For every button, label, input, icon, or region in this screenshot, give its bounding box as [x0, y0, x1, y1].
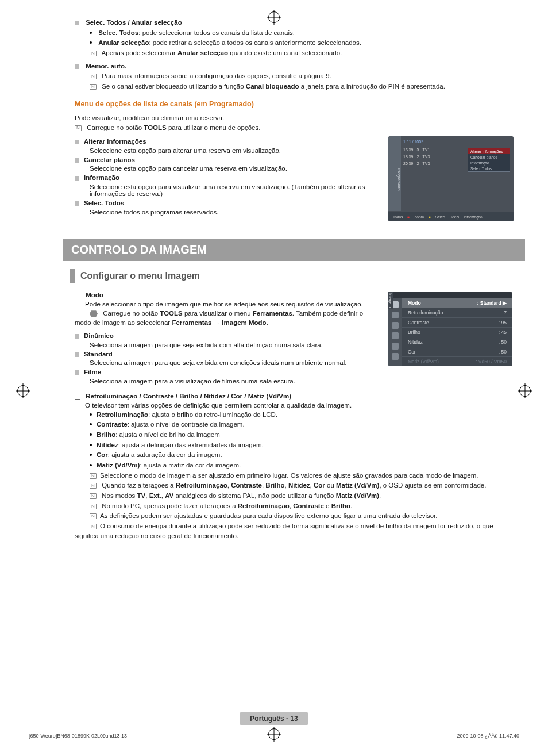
- text: : ajusta a matiz da cor da imagem.: [140, 462, 241, 469]
- note-line: NO consumo de energia durante a utilizaç…: [75, 521, 514, 540]
- text: .: [267, 319, 268, 326]
- option-item: Selec. Todos Seleccione todos os program…: [75, 198, 379, 216]
- term: Retroiluminação: [97, 411, 148, 418]
- osd-row: Nitidez: 50: [402, 337, 512, 347]
- text: Carregue no botão: [87, 124, 144, 131]
- term: Cor: [314, 482, 325, 489]
- bullet-square-icon: [75, 370, 79, 375]
- term: AV: [165, 492, 173, 499]
- heading-select-all: Selec. Todos / Anular selecção: [75, 18, 514, 28]
- bullet-list: Retroiluminação: ajusta o brilho da retr…: [75, 410, 514, 470]
- text: quando existe um canal seleccionado.: [230, 49, 342, 56]
- tools-icon: [90, 310, 98, 317]
- osd-footer: Todos ■Zoom ■Selec. Tools Informação: [388, 212, 514, 221]
- heading-text: Standard: [84, 351, 113, 358]
- bullet-dot-icon: [90, 444, 92, 446]
- osd-side-label: Imagem: [388, 292, 393, 309]
- osd-row: Matiz (Vd/Vm): Vd50 / Vm50: [402, 356, 512, 366]
- term: Brilho: [97, 431, 115, 438]
- bullet-square-icon: [75, 158, 79, 163]
- text: O consumo de energia durante a utilizaçã…: [75, 523, 493, 539]
- term: Contraste: [97, 421, 128, 428]
- heading-text: Cancelar planos: [84, 156, 135, 163]
- bullet-square-icon: [75, 64, 79, 69]
- note-icon: N: [90, 51, 97, 56]
- term: Matiz (Vd/Vm): [336, 492, 379, 499]
- term: Contraste: [293, 502, 324, 509]
- description: Seleccione todos os programas reservados…: [90, 209, 379, 216]
- note-icon: N: [90, 493, 97, 499]
- text: : ajusta a saturação da cor da imagem.: [108, 451, 222, 458]
- heading-text: Dinâmico: [84, 332, 114, 339]
- term: Contraste: [231, 482, 262, 489]
- bullet-dot-icon: [90, 413, 92, 416]
- mode-item: Standard Selecciona a imagem para que se…: [75, 350, 379, 367]
- bullet-line: Matiz (Vd/Vm): ajusta a matiz da cor da …: [75, 460, 514, 470]
- term: Brilho: [331, 502, 350, 509]
- menu-item: Alterar informações: [468, 148, 510, 154]
- cell: 2: [417, 155, 419, 159]
- term: TV: [137, 492, 146, 499]
- page-number-badge: Português - 13: [240, 712, 308, 725]
- term: Ferramentas: [253, 310, 292, 317]
- text: Carregue no botão: [103, 310, 160, 317]
- text: : pode seleccionar todos os canais da li…: [138, 29, 295, 36]
- osd-tab-icon: [392, 332, 399, 339]
- menu-item: Cancelar planos: [468, 154, 510, 160]
- value: : 45: [499, 329, 507, 335]
- footer-left: [650-Weuro]BN68-01899K-02L09.ind13 13: [29, 733, 127, 739]
- note-icon: N: [90, 483, 97, 489]
- osd-header: [388, 292, 512, 298]
- heading-retro: Retroiluminação / Contraste / Brilho / N…: [75, 392, 514, 401]
- term: Brilho: [265, 482, 284, 489]
- description: Selecciona a imagem para a visualização …: [90, 378, 379, 385]
- text: a janela para a introdução do PIN é apre…: [301, 83, 445, 90]
- foot-item: Selec.: [435, 215, 446, 219]
- foot-item: Informação: [464, 215, 483, 219]
- value: : 50: [499, 339, 507, 345]
- key: Brilho: [408, 329, 420, 335]
- text: e: [324, 502, 331, 509]
- description: Seleccione esta opção para cancelar uma …: [90, 165, 379, 172]
- text: : pode retirar a selecção a todos os can…: [149, 39, 361, 46]
- foot-item: Zoom: [414, 215, 424, 219]
- page: Selec. Todos / Anular selecção Selec. To…: [0, 0, 548, 756]
- value: : Standard ▶: [477, 300, 507, 306]
- text: .: [379, 492, 381, 499]
- foot-item: Tools: [450, 215, 459, 219]
- bullet-dot-icon: [90, 464, 92, 466]
- cell: 5: [417, 148, 419, 152]
- key: Nitidez: [408, 339, 423, 345]
- bullet-square-icon: [75, 176, 79, 181]
- outline-box-icon: [75, 394, 80, 400]
- term: TOOLS: [144, 124, 166, 131]
- outline-box-icon: [75, 293, 80, 298]
- mode-item: Filme Selecciona a imagem para a visuali…: [75, 367, 379, 385]
- option-item: Alterar informações Seleccione esta opçã…: [75, 137, 379, 154]
- osd-tab-icon: [392, 353, 399, 360]
- note-line: N Para mais informações sobre a configur…: [75, 71, 514, 81]
- osd-tab-icon: [392, 343, 399, 350]
- note-line: N Se o canal estiver bloqueado utilizand…: [75, 82, 514, 91]
- term: Anular selecção: [177, 49, 228, 56]
- term: Matiz (Vd/Vm): [97, 462, 140, 469]
- text: , o OSD ajusta-se em conformidade.: [379, 482, 486, 489]
- bullet-line: Brilho: ajusta o nível de brilho da imag…: [75, 430, 514, 440]
- text: Quando faz alterações a: [102, 482, 176, 489]
- bullet-dot-icon: [90, 32, 92, 34]
- note-line: N Carregue no botão TOOLS para utilizar …: [75, 123, 514, 133]
- value: : 50: [499, 349, 507, 355]
- text: para visualizar o menu: [183, 310, 253, 317]
- description: Seleccione esta opção para alterar uma r…: [90, 147, 379, 154]
- term: Ext.: [149, 492, 161, 499]
- bullet-line: Cor: ajusta a saturação da cor da imagem…: [75, 450, 514, 460]
- value: : Vd50 / Vm50: [476, 359, 507, 364]
- text: No modo PC, apenas pode fazer alterações…: [102, 502, 238, 509]
- heading-text: Informação: [84, 174, 119, 181]
- description: Selecciona a imagem para que seja exibid…: [90, 341, 379, 348]
- bullet-dot-icon: [90, 454, 92, 456]
- key: Retroiluminação: [408, 310, 443, 316]
- text: Para mais informações sobre a configuraç…: [102, 72, 331, 79]
- osd-row: Cor: 50: [402, 347, 512, 356]
- option-item: Informação Seleccione esta opção para vi…: [75, 173, 379, 197]
